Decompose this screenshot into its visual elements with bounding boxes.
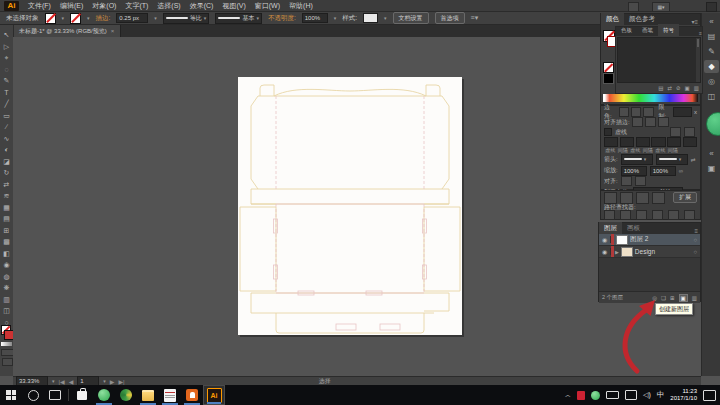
stroke-label[interactable]: 描边: [96, 14, 111, 23]
dash-preserve-icon[interactable] [670, 127, 681, 137]
crop-icon[interactable] [652, 210, 663, 220]
direct-selection-tool-icon[interactable]: ▷ [0, 41, 13, 53]
document-app-icon[interactable] [159, 385, 181, 405]
trim-icon[interactable] [620, 210, 631, 220]
miter-limit-input[interactable] [673, 107, 692, 117]
opacity-label[interactable]: 不透明度: [268, 14, 296, 23]
dock-expander-icon[interactable]: « [704, 147, 719, 160]
screen-mode-button[interactable] [2, 358, 13, 366]
break-link-icon[interactable]: ⊘ [676, 85, 681, 91]
merge-icon[interactable] [636, 210, 647, 220]
blob-brush-tool-icon[interactable]: ◐ [0, 144, 13, 156]
symbol-libraries-icon[interactable]: ▤ [658, 85, 663, 91]
ime-indicator[interactable]: 中 [657, 390, 665, 400]
tab-close-icon[interactable]: × [111, 28, 115, 34]
library-panel-menu-icon[interactable]: ≡ [699, 30, 702, 36]
divide-icon[interactable] [604, 210, 615, 220]
width-tool-icon[interactable]: ≋ [0, 190, 13, 202]
first-artboard-icon[interactable]: |◀ [59, 378, 65, 385]
tab-artboards[interactable]: 画板 [622, 222, 645, 234]
arrow-align-end-icon[interactable] [635, 176, 646, 186]
menu-object[interactable]: 对象(O) [92, 1, 116, 11]
blend-tool-icon[interactable]: ◍ [0, 271, 13, 283]
layers-panel-menu-icon[interactable]: ≡ [694, 228, 700, 234]
round-join-icon[interactable] [631, 107, 641, 117]
menu-type[interactable]: 文字(T) [125, 1, 148, 11]
tray-red-app-icon[interactable] [577, 391, 585, 400]
magic-wand-tool-icon[interactable]: ⌖ [0, 52, 13, 64]
dash-input-1[interactable] [604, 137, 618, 147]
rotate-tool-icon[interactable]: ↻ [0, 167, 13, 179]
artboard[interactable] [238, 77, 462, 335]
free-transform-tool-icon[interactable]: ▦ [0, 202, 13, 214]
style-swatch[interactable] [363, 13, 378, 23]
document-tab[interactable]: 未标题-1* @ 33.33% (RGB/预览) × [13, 25, 121, 37]
fill-swatch[interactable] [45, 13, 56, 24]
bridge-icon[interactable] [628, 2, 639, 12]
symbol-sprayer-tool-icon[interactable]: ❋ [0, 282, 13, 294]
opacity-caret-icon[interactable]: ▾ [334, 15, 337, 21]
place-symbol-icon[interactable]: ⇄ [667, 85, 672, 91]
graphic-styles-panel-icon[interactable]: ◫ [704, 90, 719, 103]
menu-select[interactable]: 选择(S) [157, 1, 180, 11]
battery-icon[interactable] [606, 391, 619, 399]
brush-definition-dropdown[interactable]: 基本▾ [215, 13, 262, 24]
perspective-grid-tool-icon[interactable]: ⊞ [0, 225, 13, 237]
target-circle-icon[interactable]: ○ [693, 249, 697, 255]
miter-join-icon[interactable] [619, 107, 629, 117]
action-center-icon[interactable] [703, 390, 716, 401]
dashed-checkbox[interactable] [604, 128, 612, 136]
globe-browser-icon[interactable] [115, 385, 137, 405]
volume-icon[interactable]: ◁) [643, 391, 651, 399]
tab-symbols[interactable]: 符号 [658, 24, 679, 36]
align-menu-icon[interactable]: ≡▾ [471, 14, 479, 22]
stroke-width-caret-icon[interactable]: ▾ [154, 15, 157, 21]
artboard-tool-icon[interactable]: ◫ [0, 305, 13, 317]
selection-tool-icon[interactable]: ↖ [0, 29, 13, 41]
illustrator-taskbar-icon[interactable]: Ai [203, 385, 225, 405]
stroke-caret-icon[interactable]: ▾ [87, 15, 90, 21]
document-setup-button[interactable]: 文档设置 [393, 12, 429, 24]
align-outside-icon[interactable] [658, 117, 669, 127]
preferences-button[interactable]: 首选项 [435, 12, 465, 24]
target-circle-icon[interactable]: ○ [693, 237, 697, 243]
intersect-icon[interactable] [636, 192, 649, 204]
menu-help[interactable]: 帮助(H) [289, 1, 313, 11]
pencil-tool-icon[interactable]: ∿ [0, 133, 13, 145]
last-artboard-icon[interactable]: ▶| [118, 378, 124, 385]
panel-menu-icon[interactable]: ▾≡ [691, 18, 700, 25]
eyedropper-tool-icon[interactable]: ◉ [0, 259, 13, 271]
tab-brushes[interactable]: 画笔 [637, 24, 658, 36]
eraser-tool-icon[interactable]: ◪ [0, 156, 13, 168]
store-icon[interactable] [71, 385, 93, 405]
style-caret-icon[interactable]: ▾ [384, 15, 387, 21]
none-swatch[interactable] [603, 62, 614, 73]
artboard-caret-icon[interactable]: ▾ [103, 378, 106, 384]
clock[interactable]: 11:23 2017/1/10 [670, 388, 697, 403]
layer-name[interactable]: Design [635, 248, 655, 255]
new-symbol-icon[interactable]: ▣ [685, 85, 690, 91]
start-button[interactable] [0, 385, 22, 405]
gap-input-2[interactable] [651, 137, 665, 147]
stroke-swatch[interactable] [70, 13, 81, 24]
swap-arrows-icon[interactable]: ⇄ [691, 156, 696, 163]
dash-input-3[interactable] [667, 137, 681, 147]
delete-symbol-icon[interactable]: ▥ [694, 85, 699, 91]
tray-chevron-icon[interactable]: ︿ [565, 391, 571, 400]
app-logo[interactable]: Ai [4, 1, 19, 11]
rectangle-tool-icon[interactable]: ▭ [0, 110, 13, 122]
bevel-join-icon[interactable] [643, 107, 653, 117]
link-scale-icon[interactable]: ∞ [679, 168, 683, 174]
tray-green-app-icon[interactable] [591, 391, 600, 400]
tab-layers[interactable]: 图层 [599, 222, 622, 234]
gap-input-1[interactable] [620, 137, 634, 147]
tab-swatches[interactable]: 色板 [616, 24, 637, 36]
align-center-icon[interactable] [632, 117, 643, 127]
lasso-tool-icon[interactable]: ◌ [0, 64, 13, 76]
swatches-panel-icon[interactable]: ▤ [704, 30, 719, 43]
orange-app-icon[interactable] [181, 385, 203, 405]
exclude-icon[interactable] [652, 192, 665, 204]
workspace-switcher-icon[interactable]: ▦▾ [652, 2, 670, 12]
transparency-panel-icon[interactable]: ◎ [704, 75, 719, 88]
type-tool-icon[interactable]: T [0, 87, 13, 99]
